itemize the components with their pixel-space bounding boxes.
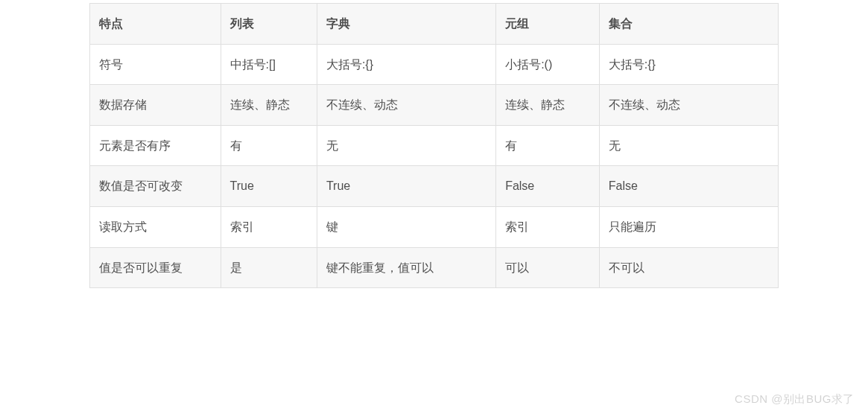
table-cell: False xyxy=(599,166,778,207)
table-cell: 不连续、动态 xyxy=(317,85,495,126)
table-cell: True xyxy=(317,166,495,207)
table-cell: 索引 xyxy=(496,206,600,247)
table-cell: 有 xyxy=(496,125,600,166)
watermark-text: CSDN @别出BUG求了 xyxy=(735,392,855,407)
table-header-cell: 元组 xyxy=(496,4,600,45)
table-cell: 符号 xyxy=(90,44,221,85)
table-cell: 索引 xyxy=(221,206,317,247)
table-cell: False xyxy=(496,166,600,207)
table-cell: 小括号:() xyxy=(496,44,600,85)
table-row: 符号 中括号:[] 大括号:{} 小括号:() 大括号:{} xyxy=(90,44,779,85)
table-cell: 大括号:{} xyxy=(317,44,495,85)
table-cell: 连续、静态 xyxy=(496,85,600,126)
table-cell: 无 xyxy=(317,125,495,166)
table-cell: 中括号:[] xyxy=(221,44,317,85)
table-header-cell: 列表 xyxy=(221,4,317,45)
table-cell: 有 xyxy=(221,125,317,166)
comparison-table: 特点 列表 字典 元组 集合 符号 中括号:[] 大括号:{} 小括号:() 大… xyxy=(89,3,779,288)
table-row: 元素是否有序 有 无 有 无 xyxy=(90,125,779,166)
table-cell: 是 xyxy=(221,247,317,288)
table-header-row: 特点 列表 字典 元组 集合 xyxy=(90,4,779,45)
table-header-cell: 集合 xyxy=(599,4,778,45)
table-cell: 元素是否有序 xyxy=(90,125,221,166)
table-cell: 值是否可以重复 xyxy=(90,247,221,288)
table-cell: 不连续、动态 xyxy=(599,85,778,126)
table-cell: 键不能重复，值可以 xyxy=(317,247,495,288)
table-cell: 大括号:{} xyxy=(599,44,778,85)
table-cell: 数据存储 xyxy=(90,85,221,126)
table-cell: True xyxy=(221,166,317,207)
table-cell: 读取方式 xyxy=(90,206,221,247)
table-cell: 数值是否可改变 xyxy=(90,166,221,207)
table-container: 特点 列表 字典 元组 集合 符号 中括号:[] 大括号:{} 小括号:() 大… xyxy=(0,0,868,288)
table-header-cell: 字典 xyxy=(317,4,495,45)
table-header-cell: 特点 xyxy=(90,4,221,45)
table-row: 数值是否可改变 True True False False xyxy=(90,166,779,207)
table-cell: 连续、静态 xyxy=(221,85,317,126)
table-cell: 无 xyxy=(599,125,778,166)
table-row: 值是否可以重复 是 键不能重复，值可以 可以 不可以 xyxy=(90,247,779,288)
table-cell: 不可以 xyxy=(599,247,778,288)
table-cell: 键 xyxy=(317,206,495,247)
table-row: 读取方式 索引 键 索引 只能遍历 xyxy=(90,206,779,247)
table-cell: 只能遍历 xyxy=(599,206,778,247)
table-row: 数据存储 连续、静态 不连续、动态 连续、静态 不连续、动态 xyxy=(90,85,779,126)
table-cell: 可以 xyxy=(496,247,600,288)
